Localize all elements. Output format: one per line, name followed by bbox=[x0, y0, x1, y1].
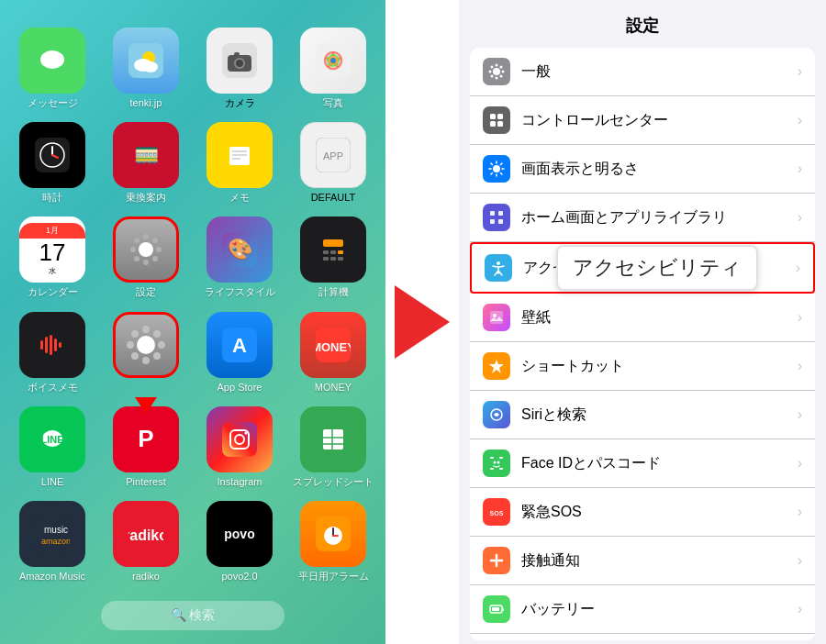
app-grid: メッセージ tenki.jp カメラ 写真 時計 bbox=[12, 28, 374, 583]
svg-rect-125 bbox=[499, 457, 503, 459]
settings-item-control[interactable]: コントロールセンター › bbox=[470, 96, 815, 145]
settings-item-wallpaper[interactable]: 壁紙 › bbox=[470, 294, 815, 342]
settings-item-battery[interactable]: バッテリー › bbox=[470, 585, 815, 634]
app-povo[interactable]: povo povo2.0 bbox=[199, 501, 280, 583]
camera-icon bbox=[206, 28, 273, 94]
app-money[interactable]: MONEY MONEY bbox=[293, 312, 374, 394]
app-memo[interactable]: メモ bbox=[199, 122, 280, 204]
svg-point-128 bbox=[494, 461, 497, 464]
alarm-label: 平日用アラーム bbox=[298, 571, 369, 583]
calendar-month: 1月 bbox=[19, 223, 85, 239]
accessibility-chevron: › bbox=[796, 260, 800, 276]
app-photos[interactable]: 写真 bbox=[293, 28, 374, 109]
app-pinterest[interactable]: P Pinterest bbox=[106, 406, 186, 488]
app-settings-large[interactable] bbox=[106, 312, 186, 394]
svg-point-55 bbox=[137, 336, 155, 354]
settings-item-faceid[interactable]: Face IDとパスコード › bbox=[470, 439, 815, 488]
svg-rect-43 bbox=[323, 250, 329, 254]
svg-rect-120 bbox=[490, 311, 503, 324]
settings-item-accessibility[interactable]: アクセシビリティ › アクセシビリティ bbox=[470, 242, 815, 294]
svg-rect-118 bbox=[498, 219, 503, 224]
calculator-icon bbox=[300, 217, 366, 283]
settings-item-shortcuts[interactable]: ショートカット › bbox=[470, 342, 815, 391]
app-voicememo[interactable]: ボイスメモ bbox=[12, 312, 93, 394]
tenki-icon bbox=[113, 28, 179, 94]
svg-point-94 bbox=[496, 64, 498, 67]
battery-icon bbox=[483, 595, 510, 623]
app-camera[interactable]: カメラ bbox=[199, 28, 280, 109]
spreadsheet-icon bbox=[300, 406, 366, 472]
svg-point-37 bbox=[152, 238, 158, 243]
settings-item-general[interactable]: 一般 › bbox=[470, 48, 815, 96]
app-alarm[interactable]: 平日用アラーム bbox=[293, 501, 374, 583]
clock-icon bbox=[19, 122, 85, 188]
app-transit[interactable]: 🚃 乗換案内 bbox=[106, 122, 186, 204]
amazon-music-label: Amazon Music bbox=[19, 571, 85, 583]
app-calendar[interactable]: 1月 17 水 カレンダー bbox=[12, 217, 93, 298]
iphone-screen: メッセージ tenki.jp カメラ 写真 時計 bbox=[0, 0, 385, 644]
app-messages[interactable]: メッセージ bbox=[12, 28, 93, 109]
svg-rect-24 bbox=[229, 147, 250, 165]
wallpaper-icon bbox=[483, 304, 510, 331]
photos-label: 写真 bbox=[323, 97, 343, 109]
app-tenki[interactable]: tenki.jp bbox=[106, 28, 186, 109]
svg-point-30 bbox=[139, 242, 153, 257]
svg-rect-133 bbox=[492, 607, 499, 611]
svg-text:povo: povo bbox=[224, 527, 254, 541]
messages-icon bbox=[19, 28, 85, 94]
svg-text:P: P bbox=[138, 425, 153, 452]
search-bar[interactable]: 🔍 検索 bbox=[101, 601, 285, 630]
svg-text:A: A bbox=[232, 334, 247, 357]
app-appstore[interactable]: A App Store bbox=[199, 312, 280, 394]
svg-text:music: music bbox=[44, 525, 68, 535]
photos-icon bbox=[300, 28, 366, 94]
settings-item-display[interactable]: 画面表示と明るさ › bbox=[470, 145, 815, 194]
money-label: MONEY bbox=[315, 382, 352, 394]
shortcuts-icon bbox=[483, 352, 510, 380]
svg-rect-53 bbox=[54, 339, 57, 351]
contact-label: 接触通知 bbox=[521, 551, 798, 571]
homescreen-chevron: › bbox=[798, 209, 802, 226]
app-instagram[interactable]: Instagram bbox=[199, 406, 280, 488]
settings-item-homescreen[interactable]: ホーム画面とアプリライブラリ › bbox=[470, 194, 815, 242]
svg-text:SOS: SOS bbox=[490, 510, 504, 516]
app-calculator[interactable]: 計算機 bbox=[293, 217, 374, 298]
settings-item-contact[interactable]: 接触通知 › bbox=[470, 537, 815, 585]
settings-item-sos[interactable]: SOS 緊急SOS › bbox=[470, 488, 815, 537]
calendar-weekday: 水 bbox=[49, 266, 56, 276]
app-settings-row3[interactable]: 設定 bbox=[106, 217, 186, 298]
svg-marker-122 bbox=[489, 360, 504, 373]
app-radiko[interactable]: radiko radiko bbox=[106, 501, 186, 583]
svg-point-32 bbox=[143, 260, 149, 265]
svg-point-59 bbox=[158, 341, 165, 349]
settings-item-privacy[interactable]: プライバシーとセキュリティ › bbox=[470, 634, 815, 640]
money-icon: MONEY bbox=[300, 312, 366, 378]
svg-rect-50 bbox=[40, 340, 43, 350]
app-spreadsheet[interactable]: スプレッドシート bbox=[293, 406, 374, 488]
app-line[interactable]: LINE LINE bbox=[12, 406, 93, 488]
svg-point-101 bbox=[491, 75, 494, 78]
svg-point-6 bbox=[143, 61, 158, 72]
appstore-icon: A bbox=[206, 312, 273, 378]
svg-point-98 bbox=[491, 66, 494, 69]
svg-rect-52 bbox=[50, 335, 52, 355]
svg-rect-11 bbox=[234, 52, 240, 56]
faceid-chevron: › bbox=[798, 455, 802, 472]
faceid-label: Face IDとパスコード bbox=[521, 454, 798, 473]
app-amazon-music[interactable]: musicamazon Amazon Music bbox=[12, 501, 93, 583]
svg-point-129 bbox=[497, 461, 500, 464]
svg-rect-41 bbox=[316, 232, 351, 267]
settings-item-siri[interactable]: Siriと検索 › bbox=[470, 391, 815, 439]
instagram-icon bbox=[206, 406, 273, 472]
svg-rect-132 bbox=[502, 608, 504, 611]
control-chevron: › bbox=[798, 112, 802, 128]
arrow-indicator bbox=[385, 0, 459, 644]
svg-point-33 bbox=[130, 247, 136, 252]
app-clock[interactable]: 時計 bbox=[12, 122, 93, 204]
calendar-label: カレンダー bbox=[28, 286, 78, 298]
voicememo-icon bbox=[19, 312, 85, 378]
svg-point-100 bbox=[500, 66, 503, 69]
svg-rect-102 bbox=[490, 114, 496, 119]
app-lifestyle[interactable]: 🎨 ライフスタイル bbox=[199, 217, 280, 298]
app-default[interactable]: APP DEFAULT bbox=[293, 122, 374, 204]
